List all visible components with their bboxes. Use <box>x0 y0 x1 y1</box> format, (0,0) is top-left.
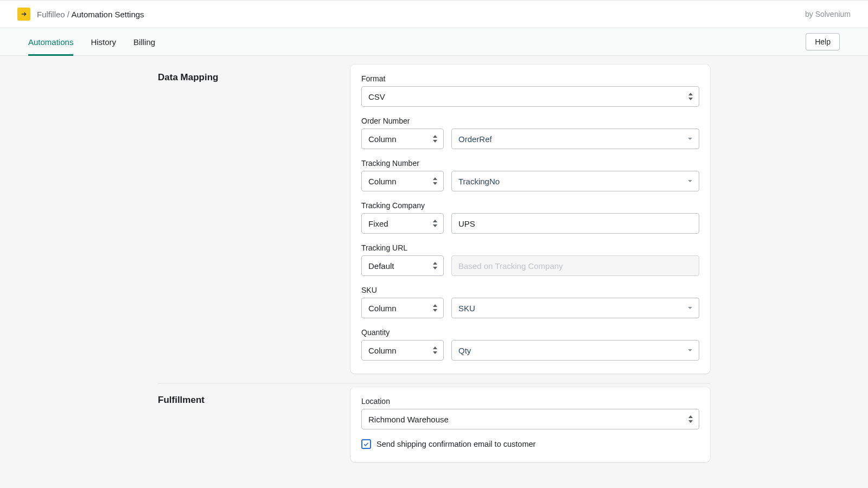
help-button[interactable]: Help <box>806 33 840 50</box>
sku-column-value: SKU <box>458 304 475 313</box>
tracking-number-label: Tracking Number <box>361 159 699 168</box>
quantity-column-value: Qty <box>458 346 471 355</box>
notify-customer-label: Send shipping confirmation email to cust… <box>376 440 535 448</box>
app-logo <box>17 8 30 21</box>
format-select[interactable]: CSV <box>361 86 699 107</box>
order-number-column-select[interactable]: OrderRef <box>451 129 699 149</box>
quantity-type-select[interactable]: Column <box>361 340 444 361</box>
quantity-column-select[interactable]: Qty <box>451 340 699 361</box>
field-tracking-url: Tracking URL Default Based on Tracking C… <box>361 243 699 276</box>
content: Data Mapping Format CSV Order Number Col… <box>158 56 710 472</box>
tracking-url-placeholder: Based on Tracking Company <box>458 261 563 271</box>
tracking-company-type-value: Fixed <box>368 219 388 228</box>
select-arrows-icon <box>432 304 438 312</box>
quantity-type-value: Column <box>368 346 397 355</box>
breadcrumb: Fulfilleo / Automation Settings <box>37 10 144 19</box>
caret-down-icon <box>687 178 693 184</box>
tracking-number-column-select[interactable]: TrackingNo <box>451 171 699 191</box>
vendor-label: by Solvenium <box>805 10 851 18</box>
section-title: Data Mapping <box>158 72 340 83</box>
order-number-label: Order Number <box>361 117 699 125</box>
notify-customer-checkbox[interactable] <box>361 439 371 449</box>
field-format: Format CSV <box>361 74 699 107</box>
location-select[interactable]: Richmond Warehouse <box>361 409 699 429</box>
tracking-url-type-select[interactable]: Default <box>361 255 444 276</box>
section-fulfillment: Fulfillment Location Richmond Warehouse … <box>158 384 710 472</box>
order-number-type-value: Column <box>368 134 397 144</box>
select-arrows-icon <box>432 135 438 143</box>
tracking-number-type-value: Column <box>368 177 397 186</box>
select-arrows-icon <box>432 220 438 227</box>
section-title: Fulfillment <box>158 395 340 406</box>
select-arrows-icon <box>432 262 438 269</box>
tab-automations[interactable]: Automations <box>28 28 73 56</box>
location-value: Richmond Warehouse <box>368 415 449 424</box>
section-heading: Data Mapping <box>158 65 340 374</box>
section-heading: Fulfillment <box>158 387 340 462</box>
tabbar: Automations History Billing Help <box>0 28 868 56</box>
caret-down-icon <box>687 305 693 311</box>
fulfillment-card: Location Richmond Warehouse Send shippin… <box>350 387 710 462</box>
order-number-column-value: OrderRef <box>458 134 492 144</box>
tracking-company-type-select[interactable]: Fixed <box>361 213 444 234</box>
select-arrows-icon <box>432 177 438 185</box>
tracking-url-readonly: Based on Tracking Company <box>451 255 699 276</box>
select-arrows-icon <box>432 346 438 354</box>
select-arrows-icon <box>688 93 693 100</box>
tracking-company-input[interactable] <box>458 219 692 228</box>
location-label: Location <box>361 397 699 406</box>
sku-type-select[interactable]: Column <box>361 298 444 318</box>
select-arrows-icon <box>688 415 693 423</box>
tracking-company-value-input[interactable] <box>451 213 699 234</box>
section-data-mapping: Data Mapping Format CSV Order Number Col… <box>158 61 710 384</box>
notify-customer-row: Send shipping confirmation email to cust… <box>361 439 699 449</box>
quantity-label: Quantity <box>361 328 699 337</box>
field-quantity: Quantity Column Qty <box>361 328 699 361</box>
sku-type-value: Column <box>368 304 397 313</box>
tracking-url-label: Tracking URL <box>361 243 699 252</box>
field-tracking-company: Tracking Company Fixed <box>361 201 699 234</box>
field-order-number: Order Number Column OrderRef <box>361 117 699 149</box>
tracking-company-label: Tracking Company <box>361 201 699 210</box>
breadcrumb-current: Automation Settings <box>71 10 144 19</box>
breadcrumb-sep: / <box>67 10 69 19</box>
tracking-url-type-value: Default <box>368 261 394 271</box>
format-value: CSV <box>368 92 385 101</box>
order-number-type-select[interactable]: Column <box>361 129 444 149</box>
field-sku: SKU Column SKU <box>361 286 699 318</box>
tab-history[interactable]: History <box>91 28 116 56</box>
field-location: Location Richmond Warehouse <box>361 397 699 429</box>
data-mapping-card: Format CSV Order Number Column <box>350 65 710 374</box>
sku-label: SKU <box>361 286 699 294</box>
tab-billing[interactable]: Billing <box>133 28 155 56</box>
format-label: Format <box>361 74 699 83</box>
sku-column-select[interactable]: SKU <box>451 298 699 318</box>
caret-down-icon <box>687 347 693 354</box>
topbar: Fulfilleo / Automation Settings by Solve… <box>0 0 868 28</box>
breadcrumb-app[interactable]: Fulfilleo <box>37 10 65 19</box>
tracking-number-column-value: TrackingNo <box>458 177 500 186</box>
field-tracking-number: Tracking Number Column TrackingNo <box>361 159 699 191</box>
caret-down-icon <box>687 136 693 142</box>
tracking-number-type-select[interactable]: Column <box>361 171 444 191</box>
